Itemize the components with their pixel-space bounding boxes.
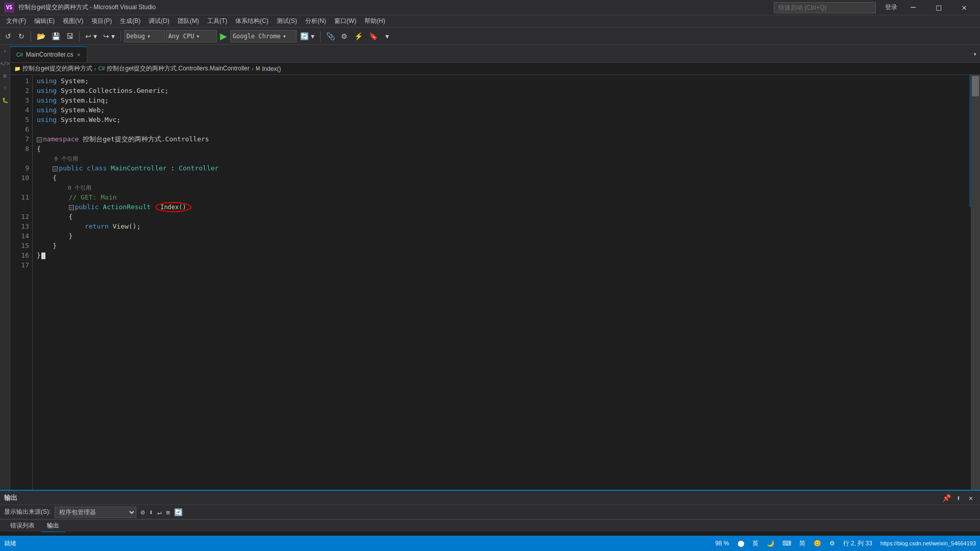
menu-test[interactable]: 测试(S) [273,15,301,28]
toolbar-open-button[interactable]: 📂 [34,30,48,42]
breadcrumb-method[interactable]: Index() [262,65,281,72]
tab-output[interactable]: 输出 [41,520,65,532]
status-zoom[interactable]: 98 % [715,540,729,547]
status-ready-text: 就绪 [4,539,16,548]
menu-analyze[interactable]: 分析(N) [301,15,330,28]
close-button[interactable]: ✕ [952,0,976,15]
activity-code-icon[interactable]: </> [1,59,9,67]
status-scroll-indicator: ⬤ [738,540,744,547]
run-button[interactable]: ▶ [218,31,229,42]
menu-window[interactable]: 窗口(W) [330,15,360,28]
browser-dropdown[interactable]: Google Chrome ▾ [230,30,297,42]
editor-scrollbar[interactable] [971,75,980,490]
menu-tools[interactable]: 工具(T) [203,15,231,28]
toolbar-saveall-button[interactable]: 🖫 [64,30,76,42]
collapse-namespace[interactable]: − [37,137,42,142]
panel-expand-button[interactable]: ⬆ [953,493,964,503]
menu-debug[interactable]: 调试(D) [144,15,174,28]
code-line-12: −public ActionResult Index() [37,202,967,212]
toolbar-step-button[interactable]: ⚙ [338,30,351,42]
toolbar-bookmark-button[interactable]: 🔖 [366,30,380,42]
toolbar-undo-button[interactable]: ↩ ▾ [83,30,100,42]
minimize-button[interactable]: ─ [901,0,925,15]
output-header: 输出 📌 ⬆ ✕ [0,491,980,505]
activity-server-icon[interactable]: ⚡ [1,47,9,55]
window-controls: ─ □ ✕ [901,0,976,15]
breadcrumb-class[interactable]: 控制台get提交的两种方式.Controllers.MainController [107,64,249,73]
toolbar-step2-button[interactable]: ⚡ [352,30,365,42]
output-clear-icon[interactable]: ⊘ [140,508,144,516]
code-line-4: using System.Web; [37,105,967,115]
toolbar-separator-1 [31,31,31,41]
activity-debug-icon[interactable]: 🐛 [1,96,9,104]
tab-error-list[interactable]: 错误列表 [4,520,41,532]
menu-view[interactable]: 视图(V) [59,15,87,28]
menu-architecture[interactable]: 体系结构(C) [231,15,273,28]
login-button[interactable]: 登录 [885,3,897,12]
menu-file[interactable]: 文件(F) [2,15,30,28]
code-line-11: // GET: Main [37,192,967,202]
activity-bar: ⚡ </> ⊞ ⑂ 🐛 [0,45,10,536]
status-keyboard-icon[interactable]: ⌨ [782,540,791,547]
status-simplified-chinese[interactable]: 简 [799,539,805,548]
toolbar-separator-4 [320,31,321,41]
quick-launch-input[interactable] [774,2,876,13]
status-ready: 就绪 [4,539,16,548]
activity-diagram-icon[interactable]: ⊞ [1,71,9,80]
output-settings-icon[interactable]: 🔄 [174,508,183,516]
output-filter-icon[interactable]: ≡ [166,508,170,516]
menu-bar: 文件(F) 编辑(E) 视图(V) 项目(P) 生成(B) 调试(D) 团队(M… [0,15,980,28]
status-settings-icon[interactable]: ⚙ [829,540,835,547]
breadcrumb-class-icon: C# [99,66,105,71]
toolbar-save-button[interactable]: 💾 [49,30,63,42]
status-moon-icon[interactable]: 🌙 [767,540,774,547]
tab-maincontroller[interactable]: C# MainController.cs ✕ [10,46,87,62]
debug-mode-dropdown[interactable]: Debug ▾ [124,30,165,42]
tab-close-button[interactable]: ✕ [77,52,81,58]
output-source-label: 显示输出来源(S): [4,508,51,516]
status-emoji-icon[interactable]: 😊 [814,540,821,547]
toolbar-separator-2 [79,31,80,41]
maximize-button[interactable]: □ [927,0,950,15]
tab-label: MainController.cs [26,51,74,58]
panel-controls: 📌 ⬆ ✕ [941,493,976,503]
status-language[interactable]: 英 [752,539,758,548]
breadcrumb-project[interactable]: 控制台get提交的两种方式 [22,64,92,73]
activity-git-icon[interactable]: ⑂ [1,84,9,92]
status-right: 98 % ⬤ 英 🌙 ⌨ 简 😊 ⚙ 行 2, 列 33 https://blo… [715,539,976,548]
code-line-8: { [37,144,967,154]
code-line-13: { [37,212,967,221]
menu-build[interactable]: 生成(B) [116,15,144,28]
toolbar-refresh-button[interactable]: 🔄 ▾ [298,30,317,42]
output-scroll-icon[interactable]: ⬇ [149,508,153,516]
scrollbar-thumb[interactable] [972,76,979,96]
tab-scroll-button[interactable]: ▾ [970,45,980,63]
status-blog-url[interactable]: https://blog.csdn.net/weixin_54664193 [880,540,976,546]
collapse-class[interactable]: − [53,166,58,171]
code-content[interactable]: using System; using System.Collections.G… [33,75,971,490]
menu-project[interactable]: 项目(P) [87,15,116,28]
code-line-3: using System.Linq; [37,95,967,105]
code-line-1: using System; [37,76,967,86]
code-line-17: } [37,251,967,260]
toolbar-redo-button[interactable]: ↪ ▾ [101,30,117,42]
toolbar-forward-button[interactable]: ↻ [15,30,28,42]
toolbar-attach-button[interactable]: 📎 [324,30,337,42]
cpu-mode-dropdown[interactable]: Any CPU ▾ [166,30,217,42]
code-line-9: −public class MainController : Controlle… [37,163,967,173]
code-editor[interactable]: 1 2 3 4 5 6 7 8 9 10 11 12 13 14 15 16 1… [10,75,971,490]
code-ref-hint-11: 0 个引用 [37,183,967,192]
line-numbers: 1 2 3 4 5 6 7 8 9 10 11 12 13 14 15 16 1… [10,75,33,490]
menu-help[interactable]: 帮助(H) [360,15,389,28]
menu-team[interactable]: 团队(M) [174,15,203,28]
panel-close-button[interactable]: ✕ [966,493,976,503]
collapse-method[interactable]: − [69,205,74,210]
code-line-5: using System.Web.Mvc; [37,115,967,124]
panel-pin-button[interactable]: 📌 [941,493,951,503]
output-wrap-icon[interactable]: ↵ [157,508,161,516]
menu-edit[interactable]: 编辑(E) [30,15,59,28]
toolbar-back-button[interactable]: ↺ [2,30,14,42]
output-source-select[interactable]: 程序包管理器 [55,507,136,518]
code-line-10: { [37,173,967,183]
toolbar-extra-button[interactable]: ▾ [381,30,394,42]
